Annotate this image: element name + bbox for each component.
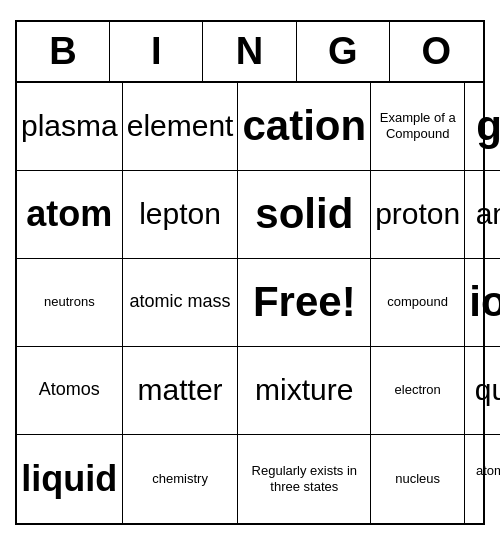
cell-text-15: Atomos	[39, 379, 100, 401]
cell-text-21: chemistry	[152, 471, 208, 487]
bingo-cell-17: mixture	[238, 347, 371, 435]
cell-text-7: solid	[255, 189, 353, 239]
bingo-cell-10: neutrons	[17, 259, 123, 347]
bingo-cell-7: solid	[238, 171, 371, 259]
bingo-cell-5: atom	[17, 171, 123, 259]
bingo-cell-13: compound	[371, 259, 465, 347]
bingo-cell-6: lepton	[123, 171, 239, 259]
cell-text-0: plasma	[21, 108, 118, 144]
header-letter-N: N	[203, 22, 296, 81]
cell-text-12: Free!	[253, 277, 356, 327]
bingo-cell-21: chemistry	[123, 435, 239, 523]
bingo-cell-23: nucleus	[371, 435, 465, 523]
bingo-cell-11: atomic mass	[123, 259, 239, 347]
cell-text-16: matter	[138, 372, 223, 408]
bingo-cell-22: Regularly exists in three states	[238, 435, 371, 523]
cell-text-19: quark	[475, 372, 500, 408]
bingo-cell-8: proton	[371, 171, 465, 259]
cell-text-4: gas	[476, 101, 500, 151]
bingo-grid: plasmaelementcationExample of a Compound…	[17, 83, 483, 523]
bingo-cell-16: matter	[123, 347, 239, 435]
bingo-cell-12: Free!	[238, 259, 371, 347]
cell-text-1: element	[127, 108, 234, 144]
cell-text-20: liquid	[21, 457, 117, 500]
header-letter-B: B	[17, 22, 110, 81]
bingo-cell-14: ions	[465, 259, 500, 347]
bingo-cell-18: electron	[371, 347, 465, 435]
cell-text-22: Regularly exists in three states	[242, 463, 366, 494]
cell-text-24: atomic mass unit	[469, 463, 500, 494]
cell-text-2: cation	[242, 101, 366, 151]
bingo-cell-24: atomic mass unit	[465, 435, 500, 523]
bingo-header: BINGO	[17, 22, 483, 83]
cell-text-8: proton	[375, 196, 460, 232]
bingo-cell-20: liquid	[17, 435, 123, 523]
cell-text-14: ions	[469, 277, 500, 327]
cell-text-9: anion	[476, 196, 500, 232]
bingo-cell-0: plasma	[17, 83, 123, 171]
bingo-cell-15: Atomos	[17, 347, 123, 435]
bingo-cell-2: cation	[238, 83, 371, 171]
header-letter-G: G	[297, 22, 390, 81]
cell-text-18: electron	[395, 382, 441, 398]
bingo-cell-3: Example of a Compound	[371, 83, 465, 171]
cell-text-11: atomic mass	[130, 291, 231, 313]
cell-text-23: nucleus	[395, 471, 440, 487]
cell-text-13: compound	[387, 294, 448, 310]
bingo-cell-1: element	[123, 83, 239, 171]
cell-text-6: lepton	[139, 196, 221, 232]
header-letter-O: O	[390, 22, 483, 81]
cell-text-3: Example of a Compound	[375, 110, 460, 141]
bingo-cell-4: gas	[465, 83, 500, 171]
bingo-card: BINGO plasmaelementcationExample of a Co…	[15, 20, 485, 525]
header-letter-I: I	[110, 22, 203, 81]
bingo-cell-9: anion	[465, 171, 500, 259]
cell-text-17: mixture	[255, 372, 353, 408]
cell-text-10: neutrons	[44, 294, 95, 310]
cell-text-5: atom	[26, 192, 112, 235]
bingo-cell-19: quark	[465, 347, 500, 435]
